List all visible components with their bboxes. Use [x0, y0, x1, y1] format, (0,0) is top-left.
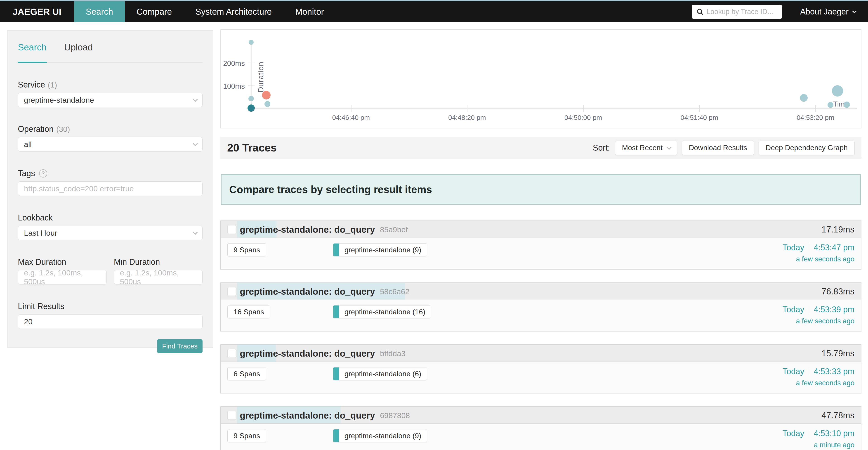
trace-result-header-link[interactable]: greptime-standalone: do_query 85a9bef 17…	[221, 221, 861, 238]
compare-traces-banner-text: Compare traces by selecting result items	[229, 183, 432, 196]
active-tab-ink-bar	[18, 62, 47, 63]
nav-tab-compare[interactable]: Compare	[125, 1, 184, 22]
max-duration-placeholder: e.g. 1.2s, 100ms, 500us	[24, 268, 101, 286]
trace-scatter-point[interactable]	[832, 85, 843, 96]
x-axis-tick	[699, 105, 700, 112]
service-span-chip-label: greptime-standalone (6)	[339, 367, 427, 380]
trace-result-item: greptime-standalone: do_query bffdda3 15…	[220, 344, 862, 393]
trace-result-item: greptime-standalone: do_query 6987808 47…	[220, 407, 862, 450]
tags-input[interactable]: http.status_code=200 error=true	[18, 181, 203, 196]
trace-result-list: greptime-standalone: do_query 85a9bef 17…	[220, 220, 862, 450]
trace-scatter-point[interactable]	[828, 102, 833, 108]
min-duration-placeholder: e.g. 1.2s, 100ms, 500us	[120, 268, 197, 286]
trace-date-link[interactable]: Today	[782, 429, 804, 438]
trace-relative-time[interactable]: a few seconds ago	[782, 255, 855, 263]
trace-relative-time[interactable]: a few seconds ago	[782, 317, 855, 325]
span-count-badge: 6 Spans	[227, 367, 266, 380]
trace-time-link[interactable]: 4:53:47 pm	[814, 243, 855, 252]
service-color-swatch	[333, 305, 339, 318]
limit-results-group: Limit Results 20	[18, 302, 203, 329]
trace-scatter-point[interactable]	[248, 96, 254, 101]
max-duration-input[interactable]: e.g. 1.2s, 100ms, 500us	[18, 270, 107, 284]
chevron-down-icon	[193, 141, 198, 146]
y-axis-tick-label: 200ms	[221, 59, 245, 68]
trace-scatter-point[interactable]	[248, 104, 255, 112]
trace-scatter-point[interactable]	[262, 91, 271, 99]
limit-results-value: 20	[24, 317, 196, 326]
trace-date-link[interactable]: Today	[782, 243, 804, 252]
min-duration-group: Min Duration e.g. 1.2s, 100ms, 500us	[114, 257, 203, 284]
trace-compare-checkbox[interactable]	[227, 349, 237, 358]
sort-select[interactable]: Most Recent	[615, 141, 677, 155]
trace-time-link[interactable]: 4:53:10 pm	[814, 429, 855, 438]
sidebar-tab-upload[interactable]: Upload	[64, 42, 93, 53]
search-icon	[696, 8, 704, 16]
download-results-button[interactable]: Download Results	[682, 141, 754, 155]
trace-result-header-link[interactable]: greptime-standalone: do_query bffdda3 15…	[221, 344, 861, 362]
app-brand[interactable]: JAEGER UI	[0, 1, 74, 22]
help-icon[interactable]: ?	[39, 169, 47, 178]
service-group: Service (1) greptime-standalone	[18, 80, 203, 107]
service-span-chip-label: greptime-standalone (9)	[339, 244, 427, 256]
sort-value: Most Recent	[622, 144, 663, 152]
lookback-select[interactable]: Last Hour	[18, 226, 203, 240]
trace-compare-checkbox[interactable]	[227, 225, 237, 234]
nav-tab-search[interactable]: Search	[74, 1, 125, 22]
trace-scatter-point[interactable]	[844, 101, 850, 108]
trace-scatter-point[interactable]	[265, 101, 270, 107]
trace-time-link[interactable]: 4:53:33 pm	[814, 367, 855, 376]
trace-relative-time[interactable]: a minute ago	[782, 441, 855, 449]
trace-lookup-placeholder: Lookup by Trace ID...	[707, 8, 773, 16]
y-axis-tick	[248, 86, 254, 86]
x-axis-tick	[467, 105, 467, 112]
service-span-chip: greptime-standalone (6)	[333, 367, 427, 380]
service-value: greptime-standalone	[24, 96, 193, 104]
min-duration-label: Min Duration	[114, 257, 160, 267]
trace-result-header-link[interactable]: greptime-standalone: do_query 6987808 47…	[221, 407, 861, 424]
nav-right-group: Lookup by Trace ID... About Jaeger	[692, 1, 868, 22]
find-traces-button[interactable]: Find Traces	[157, 339, 203, 353]
service-select[interactable]: greptime-standalone	[18, 93, 203, 107]
limit-results-input[interactable]: 20	[18, 314, 203, 329]
trace-relative-time[interactable]: a few seconds ago	[782, 379, 855, 387]
x-axis-tick	[583, 105, 584, 112]
trace-scatter-point[interactable]	[800, 94, 808, 102]
date-time-divider	[809, 306, 809, 313]
trace-compare-checkbox[interactable]	[227, 411, 237, 420]
service-color-swatch	[333, 429, 339, 442]
deep-dependency-graph-button[interactable]: Deep Dependency Graph	[758, 141, 855, 155]
trace-compare-checkbox[interactable]	[227, 287, 237, 296]
trace-date-link[interactable]: Today	[782, 367, 804, 376]
trace-duration: 17.19ms	[822, 221, 855, 238]
sidebar-tabs-underline	[18, 62, 203, 63]
service-span-chip: greptime-standalone (16)	[333, 305, 431, 319]
trace-result-header-link[interactable]: greptime-standalone: do_query 58c6a62 76…	[221, 283, 861, 300]
operation-group: Operation (30) all	[18, 124, 203, 151]
date-time-divider	[809, 244, 809, 251]
y-axis-tick-label: 100ms	[221, 82, 245, 90]
x-axis-tick-label: 04:46:40 pm	[317, 114, 385, 121]
min-duration-input[interactable]: e.g. 1.2s, 100ms, 500us	[114, 270, 203, 284]
about-jaeger-menu[interactable]: About Jaeger	[800, 7, 855, 17]
span-count-badge: 16 Spans	[227, 305, 270, 319]
trace-id: 6987808	[380, 411, 410, 420]
nav-tab-system-architecture[interactable]: System Architecture	[184, 1, 283, 22]
y-axis-title: Duration	[256, 61, 265, 92]
limit-results-label: Limit Results	[18, 302, 64, 311]
operation-value: all	[24, 140, 193, 149]
results-toolbar: 20 Traces Sort: Most Recent Download Res…	[220, 137, 862, 159]
trace-duration: 47.78ms	[822, 407, 855, 424]
trace-date-link[interactable]: Today	[782, 305, 804, 314]
lookback-label: Lookback	[18, 213, 53, 222]
operation-select[interactable]: all	[18, 137, 203, 151]
nav-tab-monitor[interactable]: Monitor	[283, 1, 336, 22]
chevron-down-icon	[193, 97, 198, 102]
x-axis-tick-label: 04:51:40 pm	[665, 114, 733, 121]
trace-duration: 15.79ms	[822, 344, 855, 362]
duration-filters-group: Max Duration e.g. 1.2s, 100ms, 500us Min…	[18, 257, 203, 284]
trace-scatter-point[interactable]	[249, 40, 254, 45]
service-span-chip: greptime-standalone (9)	[333, 243, 427, 257]
sidebar-tab-search[interactable]: Search	[18, 42, 46, 53]
trace-lookup-input[interactable]: Lookup by Trace ID...	[692, 5, 782, 19]
trace-time-link[interactable]: 4:53:39 pm	[814, 305, 855, 314]
